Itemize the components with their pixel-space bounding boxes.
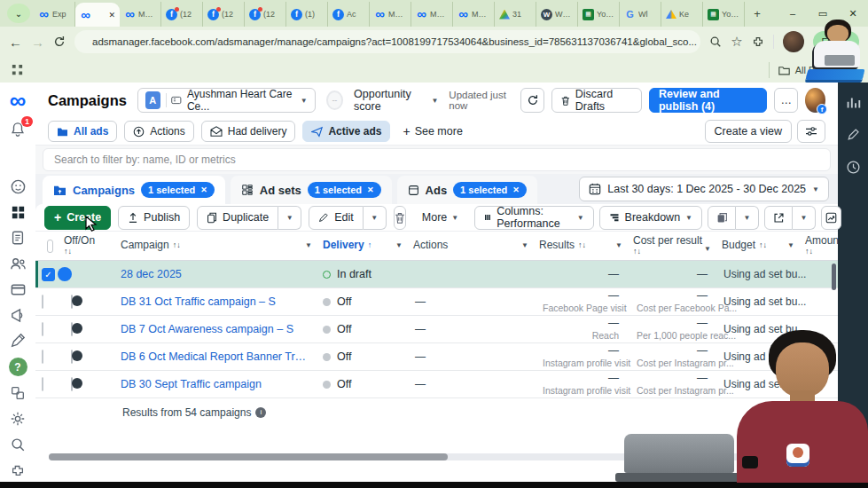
ads-reporting-icon[interactable] [9, 306, 27, 324]
campaign-name-link[interactable]: DB 6 Oct Medical Report Banner Traffic c… [115, 350, 317, 363]
browser-tab[interactable]: f(12 [245, 2, 286, 27]
ads-selected-badge[interactable]: 1 selected ✕ [453, 182, 527, 198]
filter-active-ads[interactable]: Active ads [302, 121, 390, 142]
events-manager-icon[interactable] [9, 332, 27, 350]
select-all-checkbox[interactable] [47, 240, 53, 253]
vertical-scrollbar[interactable] [832, 264, 836, 290]
col-actions[interactable]: Actions▼ [408, 240, 534, 251]
settings-gear-icon[interactable] [9, 410, 27, 428]
campaign-name-link[interactable]: DB 31 Oct Traffic campaign – S [115, 295, 317, 308]
clear-selection-icon[interactable]: ✕ [200, 185, 207, 194]
extensions-icon[interactable] [752, 35, 764, 48]
account-quality-icon[interactable] [9, 229, 27, 247]
minimize-button[interactable]: – [778, 8, 808, 19]
create-view-button[interactable]: Create a view [705, 120, 792, 143]
publish-button[interactable]: Publish [118, 206, 190, 230]
campaign-name-link[interactable]: 28 dec 2025 [115, 268, 317, 280]
history-clock-icon[interactable] [846, 160, 861, 175]
clear-selection-icon[interactable]: ✕ [367, 185, 374, 194]
info-icon[interactable]: i [255, 407, 266, 418]
row-checkbox[interactable] [42, 377, 43, 391]
tab-search-button[interactable]: ⌄ [7, 4, 30, 23]
browser-tab[interactable]: Ke [661, 2, 703, 27]
row-checkbox[interactable] [42, 295, 43, 309]
new-tab-button[interactable]: + [748, 4, 766, 22]
filter-all-ads[interactable]: All ads [48, 121, 117, 142]
filter-had-delivery[interactable]: Had delivery [201, 121, 296, 142]
more-options-button[interactable]: … [774, 88, 798, 113]
duplicate-button[interactable]: Duplicate [197, 206, 278, 230]
reports-dropdown[interactable]: ▼ [736, 206, 759, 230]
edit-button[interactable]: Edit [309, 206, 364, 230]
row-checkbox[interactable] [42, 322, 43, 336]
browser-tab[interactable]: ▦Yo… [703, 2, 745, 27]
campaign-toggle[interactable] [71, 295, 73, 309]
help-icon[interactable]: ? [9, 358, 27, 376]
user-avatar[interactable]: f [805, 88, 825, 113]
edit-dropdown[interactable]: ▼ [364, 206, 387, 230]
row-checkbox[interactable]: ✓ [42, 268, 55, 281]
all-tools-icon[interactable] [9, 384, 27, 402]
adsets-selected-badge[interactable]: 1 selected ✕ [308, 182, 381, 198]
browser-tab[interactable]: f(12 [203, 2, 245, 27]
more-button[interactable]: More▼ [413, 206, 467, 230]
scrollbar-thumb[interactable] [49, 453, 448, 460]
col-campaign[interactable]: Campaign↑↓▼ [115, 240, 317, 251]
duplicate-dropdown[interactable]: ▼ [278, 206, 301, 230]
see-more-filters[interactable]: +See more [403, 124, 462, 138]
browser-tab[interactable]: 31 [495, 2, 536, 27]
table-row[interactable]: DB 7 Oct Awareness campaign – S Off — —R… [35, 316, 838, 343]
col-cost[interactable]: Cost per result↑↓ ▼ [628, 235, 716, 256]
opportunity-score-dropdown[interactable]: Opportunity score▼ [354, 88, 438, 113]
row-checkbox[interactable] [42, 350, 43, 364]
campaign-toggle[interactable] [71, 377, 73, 391]
edit-pencil-icon[interactable] [846, 128, 860, 142]
review-publish-button[interactable]: Review and publish (4) [649, 88, 767, 113]
bookmark-star-icon[interactable]: ☆ [731, 34, 742, 50]
campaign-name-link[interactable]: DB 30 Sept Traffic campaign [115, 378, 317, 390]
campaign-name-link[interactable]: DB 7 Oct Awareness campaign – S [115, 323, 317, 335]
columns-button[interactable]: Columns: Performance▼ [474, 206, 593, 230]
filter-actions[interactable]: Actions [124, 121, 193, 142]
col-amount[interactable]: Amount↑↓ [800, 235, 838, 256]
insights-chart-icon[interactable] [846, 95, 861, 110]
browser-tab[interactable]: ∞M… [370, 2, 411, 27]
campaign-toggle[interactable] [71, 350, 73, 364]
browser-tab[interactable]: ∞M… [411, 2, 453, 27]
back-button[interactable]: ← [9, 35, 22, 50]
reports-button[interactable] [708, 206, 736, 230]
browser-tab[interactable]: ∞✕ [75, 3, 120, 27]
close-button[interactable]: ✕ [838, 8, 868, 20]
delete-button[interactable] [394, 206, 406, 230]
table-row[interactable]: DB 6 Oct Medical Report Banner Traffic c… [35, 343, 838, 371]
account-selector[interactable]: A Ayushman Heart Care Ce... ▼ [137, 88, 316, 113]
table-row[interactable]: DB 31 Oct Traffic campaign – S Off — —Fa… [35, 288, 838, 316]
campaign-toggle[interactable] [71, 322, 73, 336]
browser-tab[interactable]: ∞Exp [34, 2, 75, 27]
browser-tab[interactable]: GWl [620, 2, 661, 27]
url-input[interactable]: adsmanager.facebook.com/adsmanager/manag… [74, 30, 700, 53]
create-button[interactable]: +Create [44, 206, 111, 230]
meta-logo[interactable]: ∞ [10, 91, 27, 113]
notifications-bell-icon[interactable]: 1 [9, 121, 27, 138]
export-dropdown[interactable]: ▼ [793, 206, 816, 230]
browser-tab[interactable]: ▦Yo… [578, 2, 620, 27]
search-icon[interactable] [9, 436, 27, 453]
search-input[interactable] [43, 148, 831, 171]
maximize-button[interactable]: ▭ [808, 8, 838, 20]
browser-tab[interactable]: WW… [536, 2, 578, 27]
table-row[interactable]: ✓ 28 dec 2025 In draft — — Using ad set … [35, 261, 838, 288]
table-row[interactable]: DB 30 Sept Traffic campaign Off — —Insta… [35, 371, 838, 398]
breakdown-button[interactable]: Breakdown▼ [599, 206, 702, 230]
browser-tab[interactable]: f(1) [286, 2, 328, 27]
reload-button[interactable] [53, 35, 66, 48]
export-button[interactable] [764, 206, 793, 230]
tab-ads[interactable]: Ads 1 selected ✕ [397, 176, 537, 204]
charts-button[interactable] [821, 206, 841, 230]
col-off-on[interactable]: Off/On↑↓ [59, 235, 115, 256]
account-overview-icon[interactable] [9, 177, 27, 195]
refresh-button[interactable] [520, 88, 544, 113]
date-range-selector[interactable]: Last 30 days: 1 Dec 2025 - 30 Dec 2025 ▼ [579, 177, 829, 201]
campaigns-nav-icon[interactable] [9, 203, 27, 221]
audiences-icon[interactable] [9, 255, 27, 272]
